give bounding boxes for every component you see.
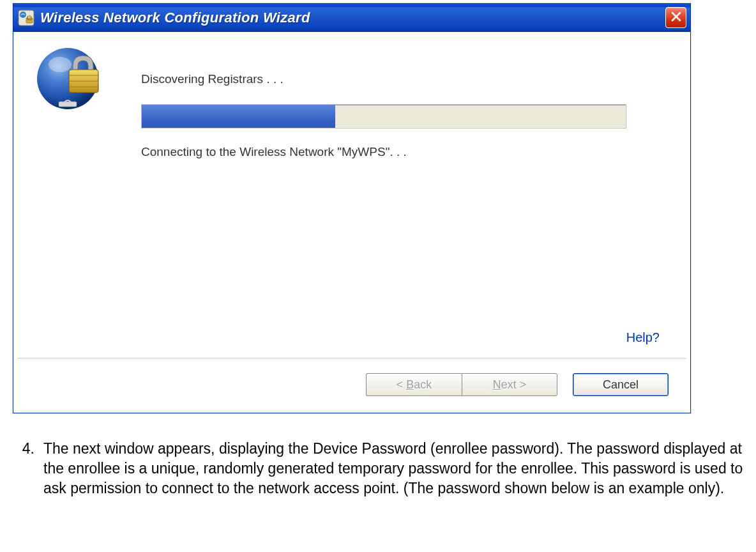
discovering-label: Discovering Registrars . . . xyxy=(141,72,671,86)
back-prefix: < xyxy=(397,378,407,391)
next-key: N xyxy=(493,378,501,391)
dialog-window: Wireless Network Configuration Wizard xyxy=(13,3,691,413)
titlebar[interactable]: Wireless Network Configuration Wizard xyxy=(13,4,690,32)
next-rest: ext > xyxy=(501,378,527,391)
back-rest: ack xyxy=(414,378,432,391)
status-section: Discovering Registrars . . . Connecting … xyxy=(141,72,671,159)
svg-point-5 xyxy=(49,57,72,72)
content-area: Discovering Registrars . . . Connecting … xyxy=(13,32,690,358)
back-button: < Back xyxy=(366,373,462,396)
cancel-button[interactable]: Cancel xyxy=(573,373,669,396)
svg-rect-6 xyxy=(59,102,77,107)
back-key: B xyxy=(406,378,414,391)
step-number: 4. xyxy=(13,439,43,459)
progress-bar xyxy=(141,104,626,128)
app-icon xyxy=(17,9,35,27)
close-icon xyxy=(670,11,682,25)
connecting-label: Connecting to the Wireless Network "MyWP… xyxy=(141,145,671,159)
instruction-step: 4. The next window appears, displaying t… xyxy=(13,439,756,498)
step-text: The next window appears, displaying the … xyxy=(43,439,756,498)
help-link[interactable]: Help? xyxy=(626,330,660,345)
wireless-lock-icon xyxy=(36,47,106,117)
window-body: Discovering Registrars . . . Connecting … xyxy=(13,32,690,413)
window-title: Wireless Network Configuration Wizard xyxy=(40,10,310,26)
next-button: Next > xyxy=(462,373,557,396)
close-button[interactable] xyxy=(665,7,686,28)
progress-fill xyxy=(142,105,335,128)
svg-point-1 xyxy=(20,12,26,18)
button-row: < Back Next > Cancel xyxy=(13,359,690,413)
